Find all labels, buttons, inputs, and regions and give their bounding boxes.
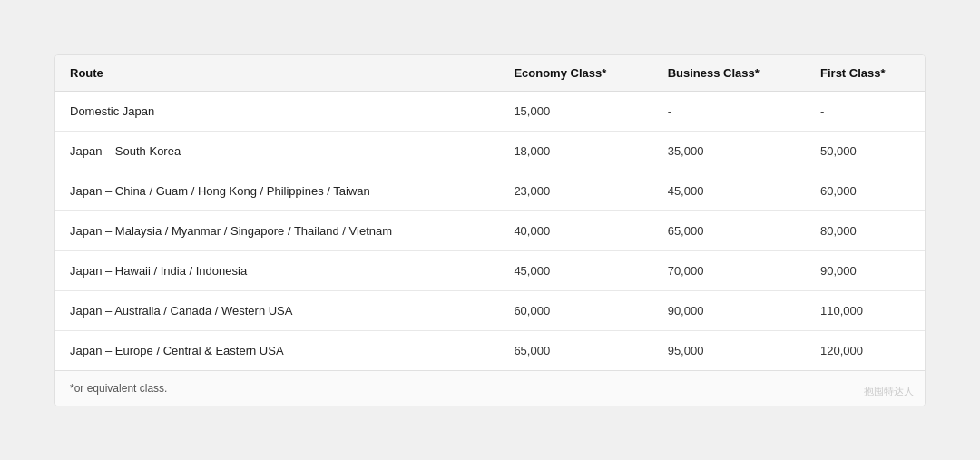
cell-business: 90,000 (653, 290, 806, 330)
footnote-text: *or equivalent class. (70, 382, 167, 395)
cell-route: Japan – Australia / Canada / Western USA (55, 290, 499, 330)
table-row: Japan – South Korea18,00035,00050,000 (55, 131, 925, 171)
award-miles-table: Route Economy Class* Business Class* Fir… (55, 55, 925, 370)
footnote-section: *or equivalent class. 抱囤特达人 (55, 370, 925, 406)
cell-first: 110,000 (806, 290, 925, 330)
cell-business: - (653, 91, 806, 131)
cell-route: Japan – China / Guam / Hong Kong / Phili… (55, 171, 499, 210)
cell-route: Japan – Europe / Central & Eastern USA (55, 330, 499, 370)
cell-first: 90,000 (806, 250, 925, 290)
cell-economy: 40,000 (499, 210, 652, 250)
cell-economy: 23,000 (499, 171, 652, 210)
table-row: Japan – China / Guam / Hong Kong / Phili… (55, 171, 925, 210)
table-row: Japan – Europe / Central & Eastern USA65… (55, 330, 925, 370)
cell-first: 80,000 (806, 210, 925, 250)
cell-route: Japan – South Korea (55, 131, 499, 171)
cell-economy: 65,000 (499, 330, 652, 370)
cell-first: 60,000 (806, 171, 925, 210)
cell-business: 35,000 (653, 131, 806, 171)
cell-route: Japan – Hawaii / India / Indonesia (55, 250, 499, 290)
cell-economy: 15,000 (499, 91, 652, 131)
cell-business: 45,000 (653, 171, 806, 210)
cell-route: Domestic Japan (55, 91, 499, 131)
header-first: First Class* (806, 55, 925, 92)
table-row: Domestic Japan15,000-- (55, 91, 925, 131)
cell-economy: 60,000 (499, 290, 652, 330)
cell-business: 70,000 (653, 250, 806, 290)
watermark-text: 抱囤特达人 (864, 385, 914, 398)
cell-economy: 45,000 (499, 250, 652, 290)
header-business: Business Class* (653, 55, 806, 92)
cell-first: 50,000 (806, 131, 925, 171)
cell-first: 120,000 (806, 330, 925, 370)
cell-business: 65,000 (653, 210, 806, 250)
cell-first: - (806, 91, 925, 131)
table-header-row: Route Economy Class* Business Class* Fir… (55, 55, 925, 92)
header-economy: Economy Class* (499, 55, 652, 92)
main-container: Route Economy Class* Business Class* Fir… (54, 54, 926, 406)
cell-business: 95,000 (653, 330, 806, 370)
cell-economy: 18,000 (499, 131, 652, 171)
table-row: Japan – Hawaii / India / Indonesia45,000… (55, 250, 925, 290)
header-route: Route (55, 55, 499, 92)
cell-route: Japan – Malaysia / Myanmar / Singapore /… (55, 210, 499, 250)
table-row: Japan – Malaysia / Myanmar / Singapore /… (55, 210, 925, 250)
table-row: Japan – Australia / Canada / Western USA… (55, 290, 925, 330)
